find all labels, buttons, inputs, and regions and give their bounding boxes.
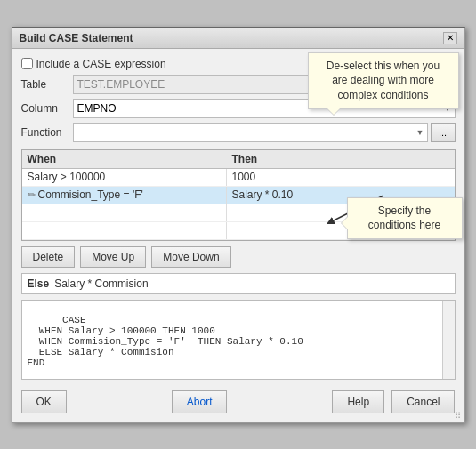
else-label: Else	[28, 277, 50, 290]
ok-button[interactable]: OK	[21, 390, 67, 413]
move-down-button[interactable]: Move Down	[151, 246, 230, 268]
then-header: Then	[227, 150, 455, 168]
close-button[interactable]: ✕	[443, 32, 457, 44]
build-case-dialog: Build CASE Statement ✕ De-select this wh…	[12, 27, 465, 423]
move-up-button[interactable]: Move Up	[80, 246, 146, 268]
deselect-tooltip: De-select this when you are dealing with…	[308, 52, 459, 109]
right-buttons: Help Cancel	[332, 390, 455, 413]
grid-cell-when-3	[22, 204, 227, 221]
when-header: When	[22, 150, 227, 168]
abort-button[interactable]: Abort	[172, 390, 228, 413]
delete-button[interactable]: Delete	[21, 246, 76, 268]
grid-cell-when-4	[22, 222, 227, 239]
grid-row-1[interactable]: Salary > 100000 1000	[22, 169, 455, 187]
help-button[interactable]: Help	[332, 390, 384, 413]
then-value-1: 1000	[232, 171, 256, 183]
include-case-checkbox[interactable]	[21, 58, 33, 69]
grid-cell-when-2: ✏ Commision_Type = 'F'	[22, 187, 227, 204]
code-area: CASE WHEN Salary > 100000 THEN 1000 WHEN…	[21, 300, 456, 380]
grid-cell-then-1: 1000	[227, 169, 455, 186]
left-buttons: OK	[21, 390, 67, 413]
when-value-1: Salary > 100000	[28, 171, 106, 183]
conditions-tooltip: Specify the conditions here	[347, 197, 463, 240]
else-row: Else Salary * Commision	[21, 273, 456, 294]
grid-header: When Then	[22, 150, 455, 169]
table-label: Table	[21, 78, 73, 91]
when-value-2: Commision_Type = 'F'	[38, 188, 143, 201]
code-content: CASE WHEN Salary > 100000 THEN 1000 WHEN…	[28, 315, 303, 368]
resize-handle[interactable]: ⠿	[455, 411, 461, 421]
function-select-wrapper	[73, 123, 428, 142]
function-select[interactable]	[73, 123, 428, 142]
bottom-buttons-row: OK Abort Help Cancel	[21, 387, 456, 415]
function-browse-button[interactable]: ...	[431, 123, 456, 142]
else-value: Salary * Commision	[54, 277, 148, 290]
grid-cell-when-1: Salary > 100000	[22, 169, 227, 186]
pencil-icon: ✏	[28, 189, 36, 201]
include-case-label: Include a CASE expression	[36, 58, 166, 70]
center-buttons: Abort	[172, 390, 228, 413]
title-bar: Build CASE Statement ✕	[12, 28, 464, 49]
action-buttons-row: Delete Move Up Move Down Specify the con…	[21, 246, 456, 268]
code-scrollbar[interactable]	[442, 301, 455, 379]
column-label: Column	[21, 102, 73, 115]
dialog-title: Build CASE Statement	[20, 32, 133, 44]
function-row: Function ...	[21, 123, 456, 142]
cancel-button[interactable]: Cancel	[391, 390, 455, 413]
function-label: Function	[21, 126, 73, 139]
then-value-2: Salary * 0.10	[232, 188, 294, 201]
